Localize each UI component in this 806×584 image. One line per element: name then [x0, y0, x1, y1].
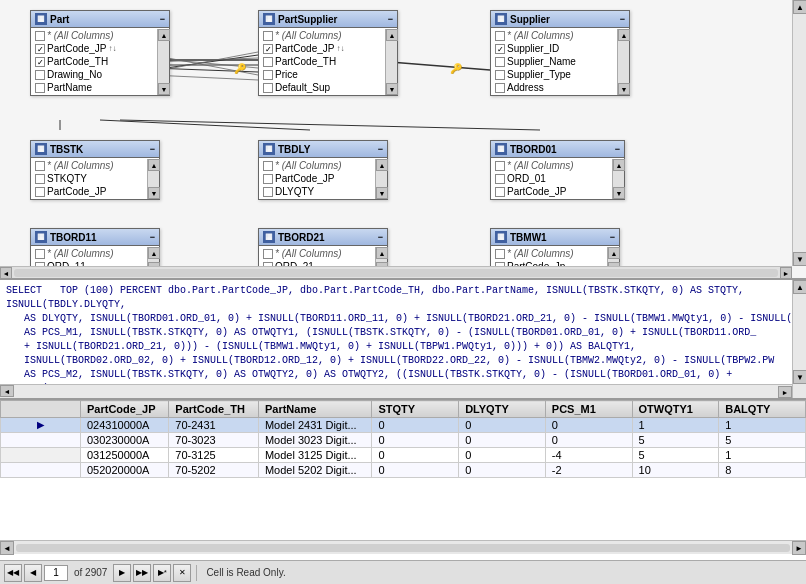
table-minimize[interactable]: − [378, 144, 383, 154]
scroll-up-btn[interactable]: ▲ [158, 29, 170, 41]
table-tbdly[interactable]: ▦ TBDLY − * (All Columns) PartCode_JP DL… [258, 140, 388, 200]
scroll-down-btn[interactable]: ▼ [376, 187, 388, 199]
table-scrollbar[interactable]: ▲ ▼ [612, 159, 624, 199]
table-scrollbar[interactable]: ▲ ▼ [147, 159, 159, 199]
results-col-dlyqty[interactable]: DLYQTY [459, 401, 546, 418]
svg-line-7 [120, 120, 540, 130]
results-hscroll-right[interactable]: ► [792, 541, 806, 555]
vscroll-down-btn[interactable]: ▼ [793, 252, 806, 266]
scroll-up-btn[interactable]: ▲ [376, 159, 388, 171]
row-label: Price [275, 69, 298, 80]
scroll-down-btn[interactable]: ▼ [618, 83, 630, 95]
results-hscroll-track[interactable] [16, 544, 790, 552]
scroll-down-btn[interactable]: ▼ [148, 187, 160, 199]
diagram-hscroll[interactable]: ◄ ► [0, 266, 792, 278]
row-label: * (All Columns) [507, 248, 574, 259]
table-scrollbar[interactable]: ▲ ▼ [157, 29, 169, 95]
table-tbstk[interactable]: ▦ TBSTK − * (All Columns) STKQTY▼ PartCo… [30, 140, 160, 200]
nav-first-btn[interactable]: ◀◀ [4, 564, 22, 582]
sql-area[interactable]: SELECT TOP (100) PERCENT dbo.Part.PartCo… [0, 280, 806, 400]
table-row: PartCode_JP [491, 185, 624, 198]
table-tbord21-title: TBORD21 [278, 232, 325, 243]
row-label: * (All Columns) [507, 30, 574, 41]
table-cell: 1 [719, 418, 806, 433]
results-hscroll-left[interactable]: ◄ [0, 541, 14, 555]
results-col-partcode-jp[interactable]: PartCode_JP [81, 401, 169, 418]
nav-next-btn[interactable]: ▶ [113, 564, 131, 582]
scroll-down-btn[interactable]: ▼ [386, 83, 398, 95]
results-col-otwqty1[interactable]: OTWQTY1 [632, 401, 719, 418]
table-row: Default_Sup▼ [259, 81, 397, 94]
scroll-up-btn[interactable]: ▲ [148, 159, 160, 171]
sql-hscroll-right[interactable]: ► [778, 386, 792, 398]
page-number-input[interactable] [44, 565, 68, 581]
table-scrollbar[interactable]: ▲ ▼ [385, 29, 397, 95]
table-minimize[interactable]: − [150, 232, 155, 242]
results-col-pcs-m1[interactable]: PCS_M1 [545, 401, 632, 418]
scroll-up-btn[interactable]: ▲ [148, 247, 160, 259]
sql-vscroll-down[interactable]: ▼ [793, 370, 806, 384]
results-col-partname[interactable]: PartName [258, 401, 372, 418]
results-col-partcode-th[interactable]: PartCode_TH [169, 401, 259, 418]
nav-last-btn[interactable]: ▶▶ [133, 564, 151, 582]
hscroll-left-btn[interactable]: ◄ [0, 267, 12, 279]
table-row: PartCode_JP [259, 172, 387, 185]
sql-vscroll-up[interactable]: ▲ [793, 280, 806, 294]
table-cell: 052020000A [81, 463, 169, 478]
scroll-up-btn[interactable]: ▲ [613, 159, 625, 171]
nav-new-btn[interactable]: ▶* [153, 564, 171, 582]
table-cell [1, 433, 81, 448]
table-scrollbar[interactable]: ▲ ▼ [617, 29, 629, 95]
nav-delete-btn[interactable]: ✕ [173, 564, 191, 582]
table-minimize[interactable]: − [378, 232, 383, 242]
table-row: * (All Columns) [31, 247, 159, 260]
table-row[interactable]: ▶024310000A70-2431Model 2431 Digit...000… [1, 418, 806, 433]
table-minimize[interactable]: − [610, 232, 615, 242]
nav-prev-btn[interactable]: ◀ [24, 564, 42, 582]
table-tbstk-title: TBSTK [50, 144, 83, 155]
table-cell: 0 [459, 448, 546, 463]
table-icon: ▦ [495, 143, 507, 155]
table-row[interactable]: 031250000A70-3125Model 3125 Digit...00-4… [1, 448, 806, 463]
table-minimize[interactable]: − [388, 14, 393, 24]
results-hscroll[interactable]: ◄ ► [0, 540, 806, 554]
table-minimize[interactable]: − [615, 144, 620, 154]
table-minimize[interactable]: − [620, 14, 625, 24]
results-col-stqty[interactable]: STQTY [372, 401, 459, 418]
diagram-vscroll[interactable]: ▲ ▼ [792, 0, 806, 266]
table-part[interactable]: ▦ Part − * (All Columns) ✓PartCode_JP↑↓ … [30, 10, 170, 96]
row-check [263, 249, 273, 259]
sql-editor[interactable]: SELECT TOP (100) PERCENT dbo.Part.PartCo… [0, 280, 806, 398]
sql-vscroll[interactable]: ▲ ▼ [792, 280, 806, 398]
table-supplier[interactable]: ▦ Supplier − * (All Columns) ✓Supplier_I… [490, 10, 630, 96]
table-row: * (All Columns) [491, 247, 619, 260]
row-check [495, 31, 505, 41]
svg-line-4 [390, 62, 490, 70]
scroll-down-btn[interactable]: ▼ [613, 187, 625, 199]
scroll-up-btn[interactable]: ▲ [608, 247, 620, 259]
scroll-up-btn[interactable]: ▲ [376, 247, 388, 259]
row-check [495, 83, 505, 93]
row-label: PartCode_JP [275, 173, 334, 184]
row-check [35, 174, 45, 184]
table-minimize[interactable]: − [160, 14, 165, 24]
sql-hscroll[interactable]: ◄ ► [0, 384, 792, 398]
sql-hscroll-left[interactable]: ◄ [0, 385, 14, 397]
results-col-balqty[interactable]: BALQTY [719, 401, 806, 418]
table-row[interactable]: 030230000A70-3023Model 3023 Digit...0005… [1, 433, 806, 448]
table-cell: 0 [372, 418, 459, 433]
vscroll-up-btn[interactable]: ▲ [793, 0, 806, 14]
row-check: ✓ [263, 44, 273, 54]
table-tbord01[interactable]: ▦ TBORD01 − * (All Columns) ORD_01▼ Part… [490, 140, 625, 200]
scroll-up-btn[interactable]: ▲ [618, 29, 630, 41]
table-minimize[interactable]: − [150, 144, 155, 154]
scroll-up-btn[interactable]: ▲ [386, 29, 398, 41]
table-row[interactable]: 052020000A70-5202Model 5202 Digit...00-2… [1, 463, 806, 478]
hscroll-track[interactable] [14, 269, 778, 277]
table-scrollbar[interactable]: ▲ ▼ [375, 159, 387, 199]
hscroll-right-btn[interactable]: ► [780, 267, 792, 279]
scroll-down-btn[interactable]: ▼ [158, 83, 170, 95]
results-header-row: PartCode_JP PartCode_TH PartName STQTY D… [1, 401, 806, 418]
table-row: Drawing_No [31, 68, 169, 81]
table-partsupplier[interactable]: ▦ PartSupplier − * (All Columns) ✓PartCo… [258, 10, 398, 96]
